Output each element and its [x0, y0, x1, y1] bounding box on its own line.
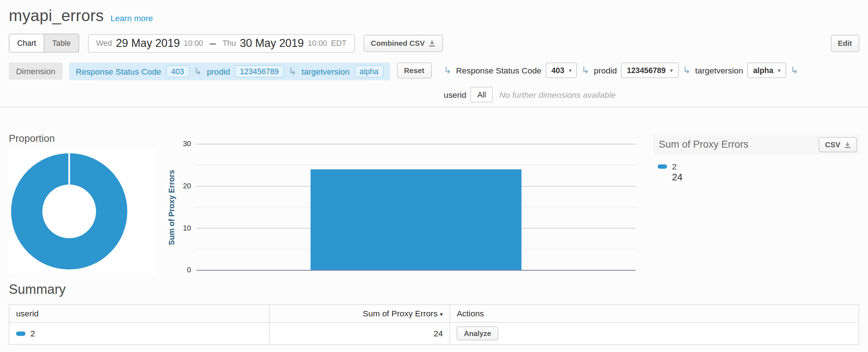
dimension-selectors: ↳ Response Status Code 403 ▾ ↳ prodid 12…: [444, 63, 859, 103]
caret-down-icon: ▾: [778, 67, 781, 73]
csv-button[interactable]: CSV: [819, 137, 857, 152]
charts-row: Proportion Sum of Proxy Errors 0102030 S…: [9, 133, 859, 274]
app-viewport: myapi_errors Learn more Chart Table Wed …: [0, 0, 868, 352]
select-value: alpha: [753, 66, 773, 75]
breadcrumb-dimension-value[interactable]: 123456789: [235, 65, 284, 77]
cell-userid-value: 2: [31, 329, 35, 338]
summary-title: Summary: [9, 282, 859, 297]
analyze-button[interactable]: Analyze: [457, 327, 498, 340]
y-tick-label: 0: [173, 266, 191, 274]
column-header-metric-label: Sum of Proxy Errors: [363, 309, 437, 318]
donut-slice-gap: [68, 153, 70, 212]
column-header-metric[interactable]: Sum of Proxy Errors▾: [269, 305, 450, 323]
legend-swatch-icon: [658, 164, 667, 168]
summary-table: userid Sum of Proxy Errors▾ Actions 2: [9, 304, 859, 345]
reset-button[interactable]: Reset: [397, 63, 432, 79]
date-range-separator: –: [210, 37, 216, 49]
breadcrumb-dimension-value[interactable]: 403: [166, 65, 189, 77]
proportion-donut-chart[interactable]: [11, 153, 127, 270]
download-icon: [844, 141, 851, 148]
drilldown-arrow-icon: ↳: [581, 65, 589, 75]
date-range-end-time: 10:00: [308, 39, 327, 48]
y-tick-label: 10: [173, 224, 191, 232]
series-swatch-icon: [16, 331, 25, 336]
legend-title: Sum of Proxy Errors: [659, 139, 749, 151]
caret-down-icon: ▾: [569, 67, 572, 73]
selector-label-targetversion: targetversion: [695, 65, 743, 75]
caret-down-icon: ▾: [670, 67, 673, 73]
breadcrumb-dimension-name: prodid: [207, 67, 230, 76]
response-status-code-select[interactable]: 403 ▾: [546, 63, 577, 78]
dimension-label: Dimension: [9, 63, 62, 80]
sort-descending-icon: ▾: [440, 311, 443, 317]
targetversion-select[interactable]: alpha ▾: [748, 63, 786, 78]
selector-label-response-status-code: Response Status Code: [456, 65, 542, 75]
legend-item-label: 2: [672, 161, 677, 171]
legend-item-value: 24: [672, 172, 859, 183]
drilldown-arrow-icon: ↳: [791, 65, 799, 75]
no-more-dimensions-note: No further dimensions available: [499, 90, 616, 99]
report-page: myapi_errors Learn more Chart Table Wed …: [0, 0, 868, 345]
date-range-start-date: 29 May 2019: [116, 37, 180, 49]
learn-more-link[interactable]: Learn more: [111, 13, 153, 23]
minor-gridline: [196, 165, 636, 165]
y-tick-label: 20: [173, 182, 191, 190]
legend-item[interactable]: 2: [658, 161, 859, 171]
column-header-actions: Actions: [450, 305, 859, 323]
gridline: [196, 144, 636, 145]
select-value: 123456789: [627, 66, 666, 75]
date-range-timezone: EDT: [331, 39, 347, 48]
breadcrumb-dimension-name: Response Status Code: [76, 67, 161, 76]
breadcrumb-dimension-value[interactable]: alpha: [355, 65, 384, 77]
page-title: myapi_errors: [9, 7, 104, 25]
drilldown-arrow-icon: ↳: [289, 67, 297, 76]
dimension-bar: Dimension Response Status Code 403 ↳ pro…: [9, 63, 859, 103]
proportion-column: Proportion: [9, 133, 155, 274]
userid-all-button[interactable]: All: [471, 87, 493, 103]
chart-table-toggle: Chart Table: [9, 34, 79, 53]
breadcrumb-dimension-name: targetversion: [302, 67, 350, 76]
drilldown-arrow-icon: ↳: [194, 67, 202, 76]
drilldown-arrow-icon: ↳: [683, 65, 691, 75]
download-icon: [429, 40, 436, 47]
bar-chart-column: Sum of Proxy Errors 0102030: [155, 133, 636, 274]
toolbar: Chart Table Wed 29 May 2019 10:00 – Thu …: [9, 34, 859, 53]
dimension-breadcrumb: Response Status Code 403 ↳ prodid 123456…: [69, 63, 390, 80]
date-range-picker[interactable]: Wed 29 May 2019 10:00 – Thu 30 May 2019 …: [88, 34, 355, 52]
x-axis-line: [196, 270, 636, 271]
proportion-title: Proportion: [9, 133, 155, 144]
selector-label-userid: userid: [444, 90, 466, 99]
date-range-start-day: Wed: [96, 39, 112, 48]
page-header: myapi_errors Learn more: [9, 7, 859, 25]
legend-header: Sum of Proxy Errors CSV: [653, 135, 859, 154]
cell-userid: 2: [9, 322, 269, 344]
edit-button[interactable]: Edit: [831, 35, 859, 52]
cell-actions: Analyze: [450, 322, 859, 344]
bar-plot: 0102030: [196, 144, 636, 270]
section-divider: [0, 107, 868, 108]
legend-panel: Sum of Proxy Errors CSV 2 24: [653, 133, 859, 274]
date-range-end-date: 30 May 2019: [240, 37, 304, 49]
y-tick-label: 30: [173, 140, 191, 148]
combined-csv-button[interactable]: Combined CSV: [364, 35, 443, 52]
selector-label-prodid: prodid: [594, 65, 617, 75]
select-value: 403: [552, 66, 565, 75]
summary-header-row: userid Sum of Proxy Errors▾ Actions: [9, 305, 859, 323]
cell-metric-value: 24: [269, 322, 450, 344]
proxy-errors-bar[interactable]: [311, 169, 521, 270]
prodid-select[interactable]: 123456789 ▾: [621, 63, 678, 78]
column-header-userid: userid: [9, 305, 269, 323]
summary-table-row: 2 24 Analyze: [9, 322, 859, 344]
combined-csv-label: Combined CSV: [371, 39, 425, 47]
date-range-end-day: Thu: [223, 39, 236, 48]
chart-toggle-button[interactable]: Chart: [9, 34, 44, 52]
table-toggle-button[interactable]: Table: [44, 34, 79, 52]
drilldown-arrow-icon: ↳: [444, 65, 452, 75]
y-axis-label: Sum of Proxy Errors: [167, 170, 176, 245]
csv-label: CSV: [825, 141, 840, 149]
date-range-start-time: 10:00: [184, 39, 203, 48]
proportion-panel: [9, 149, 155, 274]
